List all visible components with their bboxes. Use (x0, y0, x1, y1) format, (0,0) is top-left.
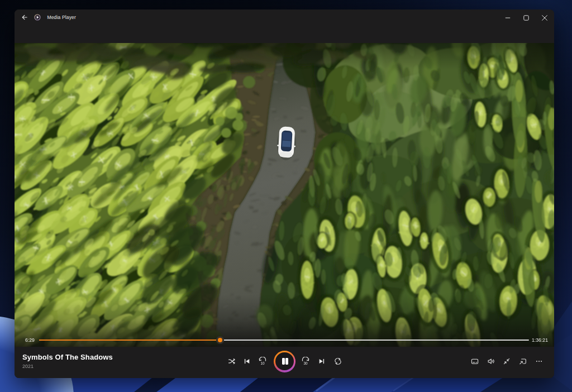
svg-text:30: 30 (303, 361, 308, 365)
svg-text:10: 10 (261, 361, 265, 365)
